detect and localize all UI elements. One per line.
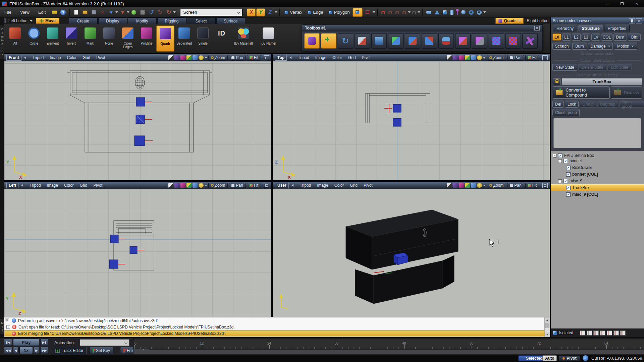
textured-toggle-icon[interactable] [465,183,470,188]
vertex-mode-button[interactable]: Vertex [282,8,305,17]
undo-icon[interactable]: ↺ [147,8,156,16]
primitive-sphere-icon[interactable] [461,10,466,14]
zoom-button[interactable]: Zoom [487,183,506,188]
browser-header[interactable]: Scene nodes browser × [551,17,644,24]
tab-structure[interactable]: Structure [578,25,603,32]
zoom-button[interactable]: Zoom [208,55,228,61]
maximize-viewport-icon[interactable] [542,183,548,188]
toolbox-drop-vertices-button[interactable] [371,33,387,49]
color-menu[interactable]: Color [331,183,347,188]
snap-pivot-icon[interactable] [402,11,406,14]
textured-toggle-icon[interactable] [186,183,192,188]
solid-toggle-icon[interactable] [471,183,476,188]
close-browser-icon[interactable]: × [636,18,642,23]
snap-grid-icon[interactable] [395,11,399,14]
select-element-item[interactable]: Element [44,25,62,52]
viewport-top-canvas[interactable]: Z X [273,61,550,180]
expand-icon[interactable] [553,154,556,158]
zoom-button[interactable]: Zoom [487,55,506,61]
tripod-menu[interactable]: Tripod [30,55,47,60]
display-dropdown-icon[interactable] [205,57,207,59]
remove-node-icon[interactable] [620,330,626,336]
shaded-toggle-icon[interactable] [453,183,458,188]
toolbox-flag-red-button[interactable] [455,33,471,49]
burn-button[interactable]: Burn [572,43,587,50]
solid-toggle-icon[interactable] [193,183,198,188]
primitive-cube-icon[interactable] [443,10,447,14]
log-row-error-1[interactable]: × Can't open file for read: C:\Users\Owe… [4,324,550,330]
log-row-error-2[interactable]: × Error merging file "C:\Users\Owens\Des… [4,330,550,337]
viewport-left[interactable]: Left Tripod Image Color Grid Pivot Zoom … [4,181,272,317]
grid-menu[interactable]: Grid [345,55,359,60]
viewport-name[interactable]: Top [275,55,287,61]
scroll-thumb[interactable] [545,323,549,328]
convert-to-compound-button[interactable]: Convert to Compound [553,86,610,99]
select-none-item[interactable]: None [100,25,118,52]
toolbox-apply-button[interactable] [505,33,521,49]
open-file-icon[interactable] [80,8,89,16]
select-quadr-item[interactable]: Quadr [156,25,174,52]
timeline-track[interactable] [133,350,644,354]
right-button-mode[interactable]: Quadr [495,18,524,24]
tree-row-bonnet[interactable]: ✓ bonnet [551,158,644,164]
solid-toggle-icon[interactable] [193,55,198,60]
maximize-viewport-icon[interactable] [542,55,548,60]
edit-state-button[interactable]: Edit State [607,64,632,71]
lod-l3-button[interactable]: L3 [582,34,590,41]
export-dropdown-icon[interactable] [115,11,118,13]
shaded-toggle-icon[interactable] [174,183,179,188]
primitive-helper-icon[interactable] [457,10,458,15]
messages-panel-tab[interactable]: Mes [0,319,4,334]
viewport-front-canvas[interactable]: Y X [4,61,271,180]
toolbox-bones-button[interactable] [522,33,538,49]
wireframe-toggle-icon[interactable] [447,55,452,60]
tree-row-misc9-col[interactable]: ✓ misc_9 [COL] [551,191,644,198]
toolbox-close-icon[interactable]: × [534,26,540,31]
tab-select[interactable]: Select [187,17,216,24]
toolbar-overflow-icon[interactable] [173,11,176,13]
log-row-info[interactable]: i Performing autosave to "c:\users\owens… [4,317,550,324]
checkbox-checked-icon[interactable]: ✓ [564,159,568,163]
shaded-toggle-icon[interactable] [174,55,179,60]
select-circle-item[interactable]: Circle [25,25,43,52]
snap-extra-dropdown-icon[interactable] [418,11,420,13]
maximize-viewport-icon[interactable] [264,183,269,188]
right-mode-dropdown-icon[interactable] [518,20,521,22]
collapse-all-icon[interactable] [600,330,605,336]
fit-button[interactable]: Fit [247,55,261,61]
edge-mode-button[interactable]: Edge [305,8,326,17]
checkbox-checked-icon[interactable]: ✓ [566,192,571,197]
checkbox-checked-icon[interactable]: ✓ [564,179,568,183]
select-all-item[interactable]: All [6,25,24,52]
check-all-icon[interactable] [580,330,585,336]
lod-dirt-button[interactable]: Dirt [628,34,641,41]
primitive-cylinder-icon[interactable] [450,10,453,15]
close-log-icon[interactable]: × [5,318,9,322]
polygon-mode-button[interactable]: Polygon [326,8,353,17]
motion-button[interactable]: Motion [614,43,637,50]
left-button-dropdown-icon[interactable] [30,20,33,22]
tripod-menu[interactable]: Tripod [297,183,314,188]
axis-y-button[interactable]: Y [256,8,265,16]
collapse-icon[interactable] [21,184,23,187]
viewport-name[interactable]: User [275,183,289,188]
select-id-item[interactable]: ID [213,25,231,52]
lod-col-button[interactable]: COL [601,34,612,41]
collapse-icon[interactable] [289,56,291,59]
pan-button[interactable]: Pan [229,183,246,188]
expand-all-icon[interactable] [593,330,599,336]
pivot-menu[interactable]: Pivot [361,183,376,188]
tripod-menu[interactable]: Tripod [295,55,312,60]
select-by-name-item[interactable]: [By Name] [256,25,280,52]
close-group-button[interactable]: Close group [552,109,580,116]
image-menu[interactable]: Image [47,55,64,60]
select-polyline-item[interactable]: Polyline [138,25,156,52]
shaded-toggle-icon[interactable] [453,55,458,60]
damage-button[interactable]: Damage [588,43,613,50]
object-mode-button[interactable] [353,8,363,17]
display-dropdown-icon[interactable] [205,185,207,186]
close-button[interactable]: × [629,0,644,7]
lod-l4-button[interactable]: L4 [591,34,600,41]
edged-faces-icon[interactable] [180,183,185,188]
scroll-down-icon[interactable]: ▼ [545,332,550,337]
